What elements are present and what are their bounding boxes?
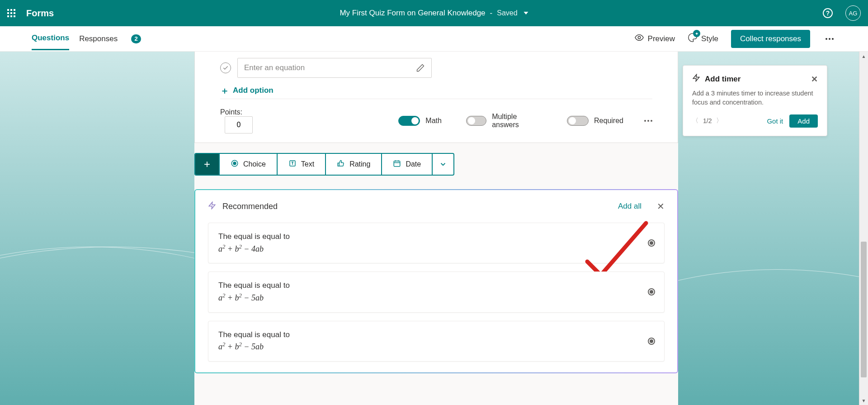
style-notification-badge: ✦ (693, 30, 700, 37)
svg-rect-4 (394, 161, 401, 167)
svg-point-0 (638, 36, 641, 39)
equation-input[interactable]: Enter an equation (237, 58, 432, 78)
add-choice-button[interactable]: Choice (220, 154, 278, 175)
text-label: Text (301, 160, 314, 168)
scroll-up-icon[interactable]: ▲ (859, 52, 868, 61)
tip-title: Add timer (705, 75, 741, 84)
user-avatar[interactable]: AG (845, 5, 861, 21)
close-tip-icon[interactable]: ✕ (811, 74, 818, 84)
tip-prev-icon[interactable]: 〈 (692, 117, 698, 125)
lightning-icon (208, 201, 216, 211)
lightning-icon (692, 74, 700, 84)
multiple-answers-toggle[interactable] (466, 116, 486, 126)
style-label: Style (701, 34, 718, 43)
chevron-down-icon[interactable] (524, 12, 528, 14)
tip-page-indicator: 1/2 (703, 117, 712, 124)
saved-status: Saved (497, 9, 517, 17)
points-input[interactable] (225, 116, 253, 133)
add-all-button[interactable]: Add all (618, 202, 642, 211)
tab-responses[interactable]: Responses (79, 28, 118, 50)
rating-label: Rating (349, 160, 370, 168)
style-button[interactable]: ✦ Style (688, 33, 718, 45)
sub-toolbar: Questions Responses 2 Preview ✦ Style Co… (0, 26, 868, 52)
tip-add-button[interactable]: Add (789, 114, 818, 128)
recommended-title: Recommended (222, 202, 278, 211)
math-toggle[interactable] (398, 116, 420, 126)
tip-next-icon[interactable]: 〉 (716, 117, 722, 125)
recommended-card[interactable]: The equal is equal to a2 + b2 − 5ab (208, 272, 665, 312)
app-launcher-icon[interactable] (7, 9, 15, 17)
option-row: Enter an equation (220, 58, 652, 78)
help-icon[interactable]: ? (823, 8, 833, 18)
recommended-formula: a2 + b2 − 4ab (218, 244, 264, 253)
add-option-button[interactable]: ＋ Add option (220, 86, 652, 95)
eye-icon (634, 33, 644, 45)
text-icon (288, 159, 297, 169)
required-label: Required (594, 117, 623, 125)
scroll-thumb[interactable] (861, 242, 867, 377)
recommended-formula: a2 + b2 − 5ab (218, 293, 264, 302)
recommended-card[interactable]: The equal is equal to a2 + b2 − 5ab (208, 321, 665, 362)
preview-label: Preview (648, 34, 675, 43)
radio-icon (648, 239, 655, 247)
add-text-button[interactable]: Text (278, 154, 326, 175)
scrollbar[interactable]: ▲ ▼ (859, 52, 868, 405)
document-title-wrap[interactable]: My First Quiz Form on General Knowledge … (340, 9, 528, 18)
points-group: Points: (220, 108, 274, 133)
svg-point-2 (233, 162, 236, 165)
correct-answer-toggle-icon[interactable] (220, 62, 231, 73)
recommended-card[interactable]: The equal is equal to a2 + b2 − 4ab (208, 223, 665, 263)
points-label: Points: (220, 108, 242, 116)
date-label: Date (406, 160, 421, 168)
tab-questions[interactable]: Questions (32, 27, 69, 50)
collect-responses-button[interactable]: Collect responses (731, 30, 810, 48)
add-date-button[interactable]: Date (382, 154, 433, 175)
more-question-types-button[interactable] (433, 154, 453, 175)
recommended-panel: Recommended Add all ✕ The equal is equal… (194, 189, 678, 373)
tip-body: Add a 3 minutes timer to increase studen… (692, 89, 818, 107)
app-name[interactable]: Forms (26, 8, 54, 19)
radio-icon (648, 338, 655, 345)
tip-card: Add timer ✕ Add a 3 minutes timer to inc… (683, 65, 827, 136)
more-options-icon[interactable] (823, 35, 836, 43)
recommended-prefix: The equal is equal to (218, 232, 290, 241)
add-question-toolbar: + Choice Text Rating Date (194, 153, 454, 176)
question-more-icon[interactable] (644, 120, 652, 122)
add-question-plus-button[interactable]: + (195, 154, 220, 175)
plus-icon: ＋ (220, 86, 229, 95)
recommended-formula: a2 + b2 − 5ab (218, 342, 264, 351)
tip-got-it-button[interactable]: Got it (767, 117, 783, 125)
question-editor: Enter an equation ＋ Add option Points: M… (194, 52, 678, 143)
svg-marker-6 (693, 75, 699, 81)
thumbs-up-icon (337, 159, 345, 169)
radio-icon (648, 288, 655, 295)
question-footer: Points: Math Multiple answers Required (220, 99, 652, 133)
document-title: My First Quiz Form on General Knowledge (340, 9, 485, 18)
math-toggle-label: Math (425, 117, 442, 125)
recommended-prefix: The equal is equal to (218, 330, 290, 339)
separator: - (490, 9, 493, 18)
radio-icon (231, 159, 239, 169)
add-option-label: Add option (233, 86, 274, 95)
responses-count-badge: 2 (131, 34, 141, 43)
equation-placeholder: Enter an equation (244, 63, 305, 72)
close-recommended-icon[interactable]: ✕ (657, 201, 665, 212)
calendar-icon (393, 159, 401, 169)
preview-button[interactable]: Preview (634, 33, 675, 45)
svg-marker-5 (209, 202, 215, 209)
edit-inline-icon[interactable] (416, 63, 425, 72)
add-rating-button[interactable]: Rating (326, 154, 382, 175)
form-editor-card: Enter an equation ＋ Add option Points: M… (194, 52, 678, 405)
choice-label: Choice (243, 160, 266, 168)
top-header: Forms My First Quiz Form on General Know… (0, 0, 868, 26)
required-toggle[interactable] (567, 116, 589, 126)
palette-icon: ✦ (688, 33, 698, 45)
multiple-answers-label: Multiple answers (492, 113, 542, 129)
scroll-down-icon[interactable]: ▼ (859, 396, 868, 405)
recommended-prefix: The equal is equal to (218, 281, 290, 290)
